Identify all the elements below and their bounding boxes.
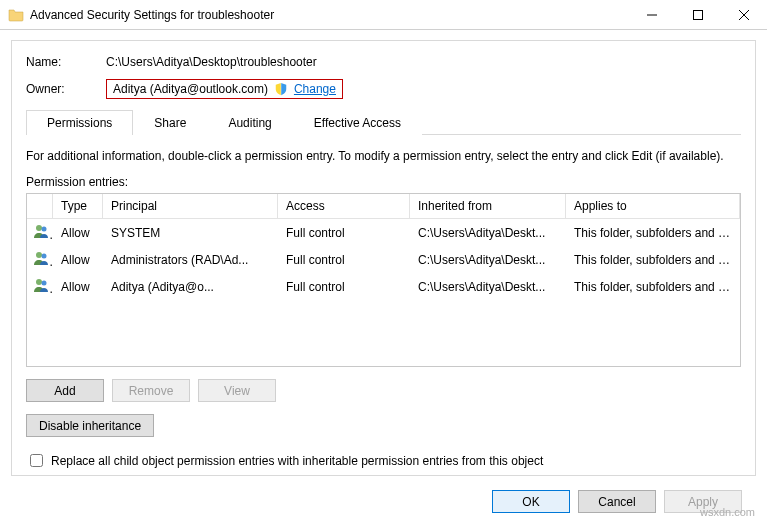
view-button: View — [198, 379, 276, 402]
svg-point-3 — [36, 252, 42, 258]
svg-point-4 — [42, 254, 47, 259]
row-inherited: C:\Users\Aditya\Deskt... — [410, 225, 566, 241]
tab-permissions[interactable]: Permissions — [26, 110, 133, 135]
disable-inheritance-button[interactable]: Disable inheritance — [26, 414, 154, 437]
row-access: Full control — [278, 279, 410, 295]
permission-entries-grid[interactable]: Type Principal Access Inherited from App… — [26, 193, 741, 367]
row-type: Allow — [53, 279, 103, 295]
name-value: C:\Users\Aditya\Desktop\troubleshooter — [106, 55, 317, 69]
owner-highlight: Aditya (Aditya@outlook.com) Change — [106, 79, 343, 99]
row-access: Full control — [278, 252, 410, 268]
principal-icon — [27, 222, 53, 243]
row-applies: This folder, subfolders and files — [566, 279, 740, 295]
entry-buttons: Add Remove View — [26, 379, 741, 402]
replace-children-checkbox[interactable] — [30, 454, 43, 467]
tab-share[interactable]: Share — [133, 110, 207, 135]
maximize-button[interactable] — [675, 0, 721, 30]
close-button[interactable] — [721, 0, 767, 30]
replace-children-label: Replace all child object permission entr… — [51, 454, 543, 468]
row-principal: Aditya (Aditya@o... — [103, 279, 278, 295]
name-row: Name: C:\Users\Aditya\Desktop\troublesho… — [26, 55, 741, 69]
row-access: Full control — [278, 225, 410, 241]
replace-children-row: Replace all child object permission entr… — [26, 451, 741, 470]
add-button[interactable]: Add — [26, 379, 104, 402]
dialog-footer: OK Cancel Apply — [11, 484, 756, 513]
row-inherited: C:\Users\Aditya\Deskt... — [410, 252, 566, 268]
row-principal: Administrators (RAD\Ad... — [103, 252, 278, 268]
row-inherited: C:\Users\Aditya\Deskt... — [410, 279, 566, 295]
row-applies: This folder, subfolders and files — [566, 225, 740, 241]
tab-effective-access[interactable]: Effective Access — [293, 110, 422, 135]
uac-shield-icon — [274, 82, 288, 96]
watermark: wsxdn.com — [700, 506, 755, 518]
titlebar: Advanced Security Settings for troublesh… — [0, 0, 767, 30]
table-row[interactable]: AllowSYSTEMFull controlC:\Users\Aditya\D… — [27, 219, 740, 246]
inheritance-row: Disable inheritance — [26, 414, 741, 437]
tab-auditing[interactable]: Auditing — [207, 110, 292, 135]
svg-rect-0 — [694, 10, 703, 19]
owner-value: Aditya (Aditya@outlook.com) — [113, 82, 268, 96]
window-title: Advanced Security Settings for troublesh… — [30, 8, 629, 22]
owner-row: Owner: Aditya (Aditya@outlook.com) Chang… — [26, 79, 741, 99]
info-text: For additional information, double-click… — [26, 149, 741, 163]
cancel-button[interactable]: Cancel — [578, 490, 656, 513]
folder-icon — [8, 7, 24, 23]
principal-icon — [27, 249, 53, 270]
svg-point-5 — [36, 279, 42, 285]
grid-header: Type Principal Access Inherited from App… — [27, 194, 740, 219]
change-owner-link[interactable]: Change — [294, 82, 336, 96]
svg-point-1 — [36, 225, 42, 231]
row-applies: This folder, subfolders and files — [566, 252, 740, 268]
ok-button[interactable]: OK — [492, 490, 570, 513]
principal-icon — [27, 276, 53, 297]
col-principal[interactable]: Principal — [103, 194, 278, 218]
remove-button: Remove — [112, 379, 190, 402]
table-row[interactable]: AllowAdministrators (RAD\Ad...Full contr… — [27, 246, 740, 273]
col-inherited[interactable]: Inherited from — [410, 194, 566, 218]
svg-point-6 — [42, 281, 47, 286]
col-type[interactable]: Type — [53, 194, 103, 218]
table-row[interactable]: AllowAditya (Aditya@o...Full controlC:\U… — [27, 273, 740, 300]
entries-label: Permission entries: — [26, 175, 741, 189]
name-label: Name: — [26, 55, 106, 69]
row-type: Allow — [53, 252, 103, 268]
row-type: Allow — [53, 225, 103, 241]
tab-bar: Permissions Share Auditing Effective Acc… — [26, 109, 741, 135]
col-applies[interactable]: Applies to — [566, 194, 740, 218]
owner-label: Owner: — [26, 82, 106, 96]
col-access[interactable]: Access — [278, 194, 410, 218]
row-principal: SYSTEM — [103, 225, 278, 241]
minimize-button[interactable] — [629, 0, 675, 30]
svg-point-2 — [42, 227, 47, 232]
